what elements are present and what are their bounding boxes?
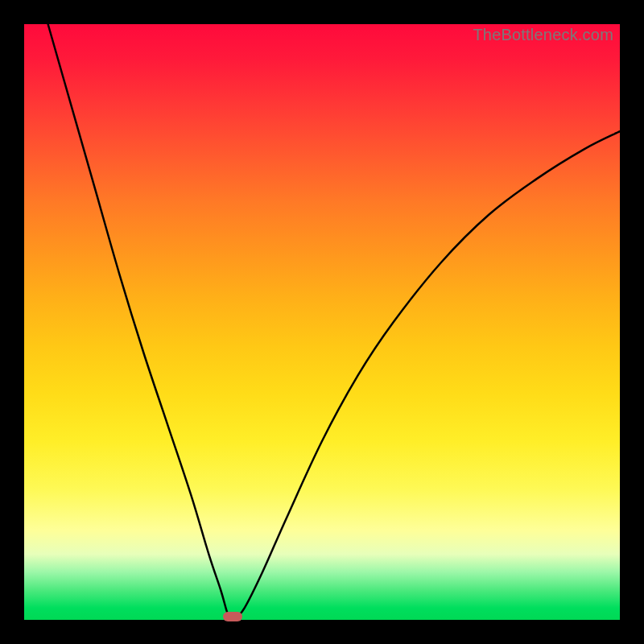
curve-left-branch <box>48 24 230 618</box>
optimum-marker <box>223 612 242 621</box>
curve-right-branch <box>236 131 620 618</box>
plot-area: TheBottleneck.com <box>24 24 620 620</box>
chart-frame: TheBottleneck.com <box>0 0 644 644</box>
bottleneck-curve <box>24 24 620 620</box>
